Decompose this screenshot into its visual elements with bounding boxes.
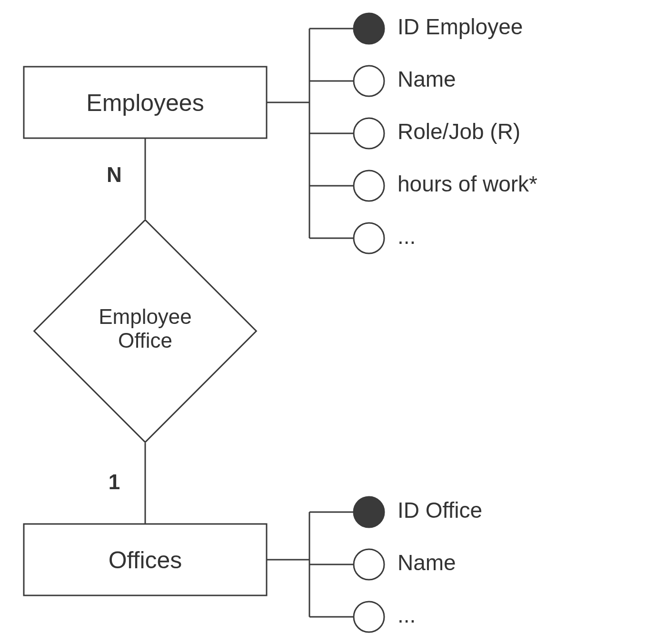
employees-attr-label-0: ID Employee	[398, 14, 523, 39]
employees-attr-label-3: hours of work*	[398, 171, 537, 196]
offices-entity-label: Offices	[109, 547, 182, 574]
employees-attr-circle-2	[354, 118, 384, 149]
offices-attr-label-0: ID Office	[398, 498, 482, 523]
employees-attr-circle-4	[354, 223, 384, 253]
employees-attr-label-2: Role/Job (R)	[398, 119, 520, 144]
employees-attr-circle-1	[354, 66, 384, 96]
offices-attr-label-1: Name	[398, 550, 456, 575]
employees-attr-circle-0	[354, 13, 384, 44]
offices-attr-label-2: ...	[398, 603, 416, 627]
offices-attr-circle-1	[354, 549, 384, 580]
employees-entity-label: Employees	[86, 90, 204, 116]
employees-attr-label-1: Name	[398, 67, 456, 91]
offices-attr-circle-0	[354, 497, 384, 527]
er-diagram: ID Employee Name Role/Job (R) hours of w…	[0, 0, 656, 644]
cardinality-bottom: 1	[109, 470, 120, 493]
offices-attr-circle-2	[354, 602, 384, 632]
employees-attr-circle-3	[354, 171, 384, 201]
cardinality-top: N	[107, 163, 122, 186]
employees-attr-label-4: ...	[398, 224, 416, 249]
relationship-label-line1: Employee	[99, 305, 192, 328]
relationship-label-line2: Office	[118, 329, 172, 352]
